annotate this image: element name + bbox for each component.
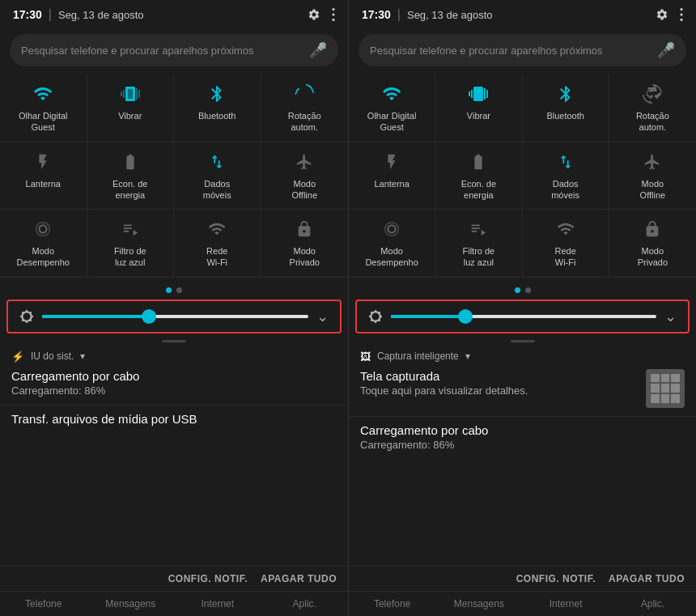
drag-handle-bar-left <box>162 340 186 342</box>
tile-flashlight-right[interactable]: Lanterna <box>349 142 435 210</box>
tile-battery-left[interactable]: Econ. deenergia <box>87 142 175 210</box>
brightness-row-right[interactable]: ⌄ <box>355 300 690 333</box>
more-icon-left[interactable] <box>332 8 335 21</box>
wifi2-icon-left <box>208 218 226 240</box>
nav-phone-left[interactable]: Telefone <box>0 592 87 616</box>
tile-bluelight-right[interactable]: Filtro deluz azul <box>435 210 522 277</box>
tile-private-right[interactable]: ModoPrivado <box>609 210 696 277</box>
brightness-row-left[interactable]: ⌄ <box>6 300 342 333</box>
nav-apps-left[interactable]: Aplic. <box>261 592 349 616</box>
more-icon-right[interactable] <box>680 8 683 21</box>
tiles-row-2-right: Lanterna Econ. deenergia Dadosmóveis <box>349 142 696 210</box>
nav-messages-right[interactable]: Mensagens <box>435 592 522 616</box>
slider-thumb-right[interactable] <box>458 309 473 324</box>
notif-dropdown-left[interactable]: ▾ <box>80 350 85 362</box>
bluetooth-icon-right <box>556 83 575 105</box>
mic-icon-right[interactable]: 🎤 <box>657 41 675 59</box>
config-notif-btn-right[interactable]: CONFIG. NOTIF. <box>516 573 596 584</box>
svg-point-5 <box>680 19 682 21</box>
brightness-expand-left[interactable]: ⌄ <box>316 308 329 325</box>
tile-wifi-left[interactable]: Olhar DigitalGuest <box>0 74 87 142</box>
performance-icon-right <box>383 218 401 240</box>
search-bar-right[interactable]: Pesquisar telefone e procurar aparelhos … <box>359 34 686 66</box>
tiles-section-right: Olhar DigitalGuest Vibrar Bluetooth <box>349 71 696 281</box>
nav-apps-right[interactable]: Aplic. <box>609 592 696 616</box>
svg-point-1 <box>332 13 334 15</box>
tile-wifi2-left[interactable]: RedeWi-Fi <box>174 210 261 277</box>
tile-wifi-right[interactable]: Olhar DigitalGuest <box>349 74 435 142</box>
clear-btn-left[interactable]: APAGAR TUDO <box>261 573 337 584</box>
notif-card-1-right[interactable]: Tela capturada Toque aqui para visualiza… <box>349 366 696 416</box>
tile-data-left[interactable]: Dadosmóveis <box>174 142 261 210</box>
page-dots-left <box>0 281 348 296</box>
tile-performance-right[interactable]: ModoDesempenho <box>349 210 435 277</box>
right-panel: 17:30 | Seg, 13 de agosto Pesquisar tele… <box>348 0 696 616</box>
notifications-right: 🖼 Captura inteligente ▾ Tela capturada T… <box>349 344 696 566</box>
screenshot-grid-right <box>651 374 680 403</box>
nav-messages-left[interactable]: Mensagens <box>87 592 175 616</box>
notif-card-1-left[interactable]: Carregamento por cabo Carregamento: 86% <box>0 366 348 405</box>
tile-label-bluetooth-left: Bluetooth <box>198 110 236 121</box>
nav-internet-left[interactable]: Internet <box>174 592 261 616</box>
status-divider-right: | <box>397 7 401 22</box>
screenshot-thumb-right <box>646 369 685 408</box>
tile-battery-right[interactable]: Econ. deenergia <box>435 142 522 210</box>
notif-header-right: 🖼 Captura inteligente ▾ <box>349 344 696 366</box>
tile-bluelight-left[interactable]: Filtro deluz azul <box>87 210 175 277</box>
tile-label-data-right: Dadosmóveis <box>551 178 579 202</box>
notif-card-2-left[interactable]: Transf. arquivos de mídia por USB <box>0 406 348 432</box>
tile-vibrate-left[interactable]: Vibrar <box>87 74 175 142</box>
wifi-icon-right <box>382 83 401 105</box>
brightness-slider-right[interactable] <box>391 315 656 318</box>
drag-handle-bar-right <box>511 340 535 342</box>
gear-icon-left[interactable] <box>308 8 320 21</box>
tile-label-flashlight-left: Lanterna <box>26 178 61 189</box>
tile-data-right[interactable]: Dadosmóveis <box>523 142 609 210</box>
rotation-icon-left <box>295 83 314 105</box>
tile-bluetooth-right[interactable]: Bluetooth <box>523 74 609 142</box>
tile-label-data-left: Dadosmóveis <box>203 178 231 202</box>
mic-icon-left[interactable]: 🎤 <box>309 41 327 59</box>
tiles-row-3-left: ModoDesempenho Filtro deluz azul RedeWi-… <box>0 210 348 278</box>
notif-dropdown-right[interactable]: ▾ <box>465 350 470 362</box>
status-icons-left <box>308 8 335 21</box>
svg-point-2 <box>332 19 334 21</box>
bluelight-icon-right <box>469 218 487 240</box>
tile-flashlight-left[interactable]: Lanterna <box>0 142 87 210</box>
tile-performance-left[interactable]: ModoDesempenho <box>0 210 87 277</box>
nav-phone-right[interactable]: Telefone <box>349 592 435 616</box>
tiles-row-1-right: Olhar DigitalGuest Vibrar Bluetooth <box>349 74 696 142</box>
status-bar-right: 17:30 | Seg, 13 de agosto <box>349 0 696 29</box>
svg-point-3 <box>680 8 682 11</box>
tile-vibrate-right[interactable]: Vibrar <box>435 74 522 142</box>
brightness-icon-right <box>368 309 383 324</box>
airplane-icon-right <box>643 151 661 173</box>
battery-icon-left <box>121 151 139 173</box>
slider-thumb-left[interactable] <box>142 309 156 324</box>
status-date-left: Seg, 13 de agosto <box>58 9 308 21</box>
rotation-icon-right <box>643 83 662 105</box>
brightness-expand-right[interactable]: ⌄ <box>664 308 677 325</box>
wifi2-icon-right <box>557 218 575 240</box>
notif-card-2-right[interactable]: Carregamento por cabo Carregamento: 86% <box>349 417 696 456</box>
tile-private-left[interactable]: ModoPrivado <box>261 210 349 277</box>
tile-rotation-right[interactable]: Rotaçãoautom. <box>609 74 696 142</box>
brightness-slider-left[interactable] <box>42 315 308 318</box>
notifications-left: ⚡ IU do sist. ▾ Carregamento por cabo Ca… <box>0 344 348 566</box>
status-time-right: 17:30 <box>362 8 391 21</box>
tile-label-bluelight-right: Filtro deluz azul <box>463 245 495 269</box>
search-bar-left[interactable]: Pesquisar telefone e procurar aparelhos … <box>10 34 338 66</box>
search-text-right: Pesquisar telefone e procurar aparelhos … <box>370 45 657 57</box>
clear-btn-right[interactable]: APAGAR TUDO <box>609 573 685 584</box>
tile-wifi2-right[interactable]: RedeWi-Fi <box>523 210 609 277</box>
private-icon-right <box>643 218 661 240</box>
search-text-left: Pesquisar telefone e procurar aparelhos … <box>21 45 309 57</box>
tile-rotation-left[interactable]: Rotaçãoautom. <box>261 74 349 142</box>
config-notif-btn-left[interactable]: CONFIG. NOTIF. <box>168 573 248 584</box>
gear-icon-right[interactable] <box>656 8 668 21</box>
private-icon-left <box>295 218 313 240</box>
tile-airplane-right[interactable]: ModoOffline <box>609 142 696 210</box>
tile-airplane-left[interactable]: ModoOffline <box>261 142 349 210</box>
nav-internet-right[interactable]: Internet <box>523 592 609 616</box>
tile-bluetooth-left[interactable]: Bluetooth <box>174 74 261 142</box>
